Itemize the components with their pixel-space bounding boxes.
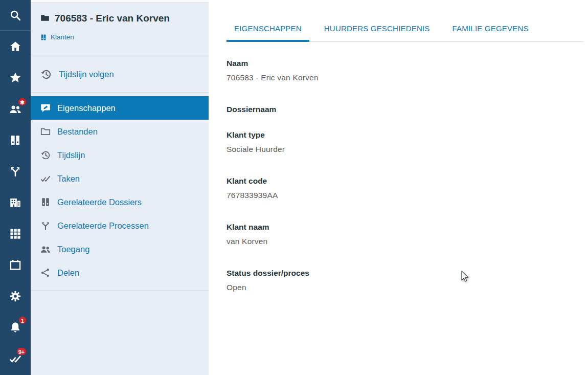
search-icon xyxy=(9,9,22,22)
history-icon xyxy=(40,149,51,161)
folder-icon xyxy=(40,13,50,27)
apps-grid-icon xyxy=(9,227,22,240)
process-branch-icon xyxy=(9,165,22,178)
field-klant-type: Klant type Sociale Huurder xyxy=(227,129,584,161)
dossiers-binders-icon xyxy=(9,134,22,147)
field-label: Klant naam xyxy=(227,222,584,232)
rail-item-notifications[interactable]: 1 xyxy=(0,312,31,343)
binders-icon xyxy=(40,196,51,208)
doublecheck-icon xyxy=(40,173,51,184)
field-label: Klant type xyxy=(227,129,584,140)
rail-item-settings[interactable] xyxy=(0,280,31,312)
rail-item-tasks[interactable]: 9+ xyxy=(0,343,31,374)
rail-item-home[interactable] xyxy=(0,31,31,62)
rail-item-apps[interactable] xyxy=(0,218,31,249)
sidebar-item-delen[interactable]: Delen xyxy=(31,261,209,284)
home-icon xyxy=(9,40,22,53)
sidebar-item-label: Tijdslijn xyxy=(57,150,85,160)
settings-gear-icon xyxy=(9,290,22,303)
alert-badge: ✱ xyxy=(18,98,27,106)
field-value: Open xyxy=(227,282,584,299)
menu-separator xyxy=(31,290,209,291)
sidebar-item-bestanden[interactable]: Bestanden xyxy=(31,120,209,143)
properties-form: Naam 706583 - Eric van Korven Dossiernaa… xyxy=(227,58,584,299)
sidebar-item-label: Delen xyxy=(57,268,79,278)
rail-item-processes[interactable] xyxy=(0,156,31,187)
sidebar-item-taken[interactable]: Taken xyxy=(31,167,209,190)
breadcrumb-klanten[interactable]: Klanten xyxy=(40,33,197,41)
sidebar-item-label: Taken xyxy=(57,174,80,184)
sidebar-item-tijdslijn[interactable]: Tijdslijn xyxy=(31,143,209,167)
rail-item-dossiers[interactable] xyxy=(0,124,31,156)
field-dossiernaam: Dossiernaam xyxy=(227,104,584,115)
field-naam: Naam 706583 - Eric van Korven xyxy=(227,58,584,89)
people-icon xyxy=(40,244,51,255)
folder-outline-icon xyxy=(40,126,51,137)
page-title-text: 706583 - Eric van Korven xyxy=(55,13,170,24)
rail-item-calendar[interactable] xyxy=(0,249,31,280)
field-status-dossier-proces: Status dossier/proces Open xyxy=(227,268,584,299)
sidebar-item-eigenschappen[interactable]: Eigenschappen xyxy=(31,96,209,120)
field-label: Dossiernaam xyxy=(227,104,584,115)
star-icon xyxy=(9,71,22,84)
share-icon xyxy=(40,267,51,278)
field-value: 706583 - Eric van Korven xyxy=(227,72,584,89)
organization-building-icon xyxy=(9,196,22,209)
klanten-binders-icon xyxy=(40,34,47,41)
field-value: 767833939AA xyxy=(227,190,584,207)
rail-item-contacts[interactable]: ✱ xyxy=(0,93,31,124)
sidebar-menu: Eigenschappen Bestanden Tijdslijn Taken … xyxy=(31,93,209,291)
field-klant-naam: Klant naam van Korven xyxy=(227,222,584,253)
tasks-badge: 9+ xyxy=(16,347,27,356)
sidebar-item-label: Eigenschappen xyxy=(57,103,116,113)
field-label: Naam xyxy=(227,58,584,69)
sidebar-header: 706583 - Eric van Korven Klanten xyxy=(31,3,209,56)
tab-bar: EIGENSCHAPPEN HUURDERS GESCHIEDENIS FAMI… xyxy=(227,24,584,42)
tab-huurders-geschiedenis[interactable]: HUURDERS GESCHIEDENIS xyxy=(316,24,438,41)
sidebar-item-gerelateerde-dossiers[interactable]: Gerelateerde Dossiers xyxy=(31,190,209,214)
breadcrumb-label: Klanten xyxy=(51,33,74,41)
follow-timeline-label: Tijdslijn volgen xyxy=(59,70,114,79)
icon-rail: ✱ 1 9+ xyxy=(0,0,31,375)
calendar-icon xyxy=(9,258,22,272)
sidebar-item-gerelateerde-processen[interactable]: Gerelateerde Processen xyxy=(31,214,209,237)
rail-item-search[interactable] xyxy=(0,0,31,31)
sidebar-item-label: Gerelateerde Dossiers xyxy=(57,197,142,207)
sidebar-item-label: Toegang xyxy=(57,245,89,254)
rail-item-organizations[interactable] xyxy=(0,187,31,218)
sidebar-item-label: Bestanden xyxy=(57,127,98,137)
branch-icon xyxy=(40,220,51,231)
sidebar-item-label: Gerelateerde Processen xyxy=(57,221,149,231)
rail-item-favorites[interactable] xyxy=(0,62,31,93)
history-icon xyxy=(40,68,52,80)
notification-badge: 1 xyxy=(18,316,27,324)
properties-bubble-pencil-icon xyxy=(40,102,51,114)
follow-timeline-button[interactable]: Tijdslijn volgen xyxy=(31,56,209,93)
tab-familie-gegevens[interactable]: FAMILIE GEGEVENS xyxy=(445,24,536,41)
tab-eigenschappen[interactable]: EIGENSCHAPPEN xyxy=(227,24,309,41)
field-value: Sociale Huurder xyxy=(227,144,584,161)
page-title: 706583 - Eric van Korven xyxy=(40,11,197,27)
field-label: Status dossier/proces xyxy=(227,268,584,278)
context-sidebar: 706583 - Eric van Korven Klanten Tijdsli… xyxy=(31,0,209,375)
sidebar-item-toegang[interactable]: Toegang xyxy=(31,237,209,261)
field-value: van Korven xyxy=(227,236,584,253)
field-label: Klant code xyxy=(227,175,584,186)
field-klant-code: Klant code 767833939AA xyxy=(227,175,584,207)
detail-pane: EIGENSCHAPPEN HUURDERS GESCHIEDENIS FAMI… xyxy=(209,0,588,375)
